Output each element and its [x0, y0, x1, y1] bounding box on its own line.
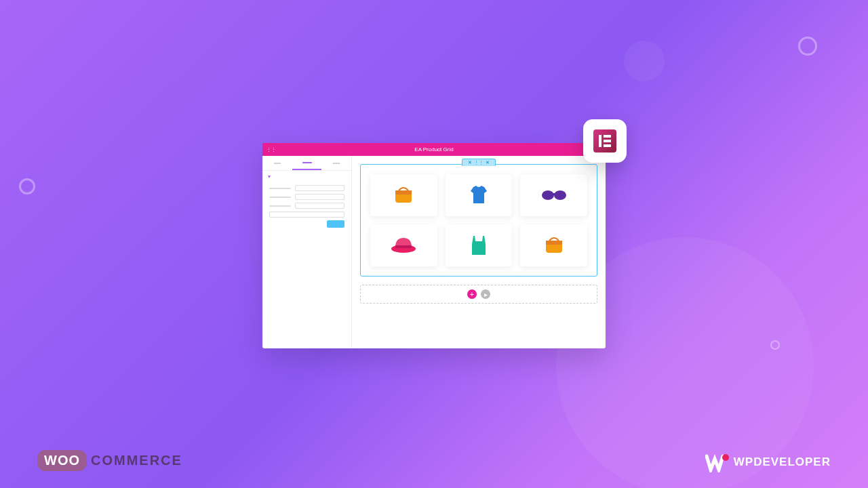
product-grid-section[interactable]: ✕ ⋮⋮ ✕	[360, 164, 597, 277]
sidebar-tabs	[262, 156, 351, 171]
svg-point-13	[722, 454, 729, 461]
woo-badge: WOO	[37, 450, 87, 471]
wpdeveloper-icon	[705, 453, 727, 471]
editor-canvas: ✕ ⋮⋮ ✕	[352, 156, 606, 348]
add-section-button[interactable]: +	[467, 289, 477, 299]
grip-icon[interactable]: ⋮⋮	[474, 160, 484, 165]
field-label	[269, 188, 291, 189]
elementor-icon	[593, 129, 616, 152]
tab-content[interactable]	[262, 156, 292, 170]
add-section-area[interactable]: + ▸	[360, 285, 597, 304]
product-card-handbag[interactable]	[370, 174, 437, 216]
decorative-circle	[19, 178, 35, 195]
product-card-handbag-2[interactable]	[520, 224, 587, 266]
svg-rect-9	[599, 135, 601, 147]
close-icon[interactable]: ✕	[468, 160, 472, 165]
sunglasses-icon	[540, 190, 568, 201]
product-grid	[370, 174, 587, 266]
woocommerce-logo: WOO COMMERCE	[37, 450, 182, 471]
handbag-icon	[542, 235, 566, 256]
svg-rect-4	[553, 193, 555, 195]
grip-icon: ⋮⋮	[267, 147, 272, 152]
section-handle[interactable]: ✕ ⋮⋮ ✕	[462, 159, 496, 166]
hat-icon	[390, 237, 417, 254]
add-template-button[interactable]: ▸	[481, 289, 490, 299]
product-card-sunglasses[interactable]	[520, 174, 587, 216]
svg-point-2	[542, 190, 554, 200]
tab-style[interactable]	[292, 156, 322, 170]
svg-rect-10	[604, 135, 611, 138]
wpdeveloper-text: WPDEVELOPER	[734, 455, 831, 469]
decorative-circle	[798, 37, 817, 56]
product-card-tanktop[interactable]	[446, 224, 513, 266]
apply-button[interactable]	[327, 220, 344, 228]
tanktop-icon	[471, 235, 487, 256]
field-label	[269, 197, 291, 198]
svg-point-3	[554, 190, 566, 200]
bg-blob	[624, 41, 665, 81]
elementor-badge	[583, 119, 627, 163]
svg-rect-6	[395, 245, 412, 248]
product-card-tshirt[interactable]	[446, 174, 513, 216]
close-icon[interactable]: ✕	[486, 160, 490, 165]
editor-window: ⋮⋮ EA Product Grid ⋮⋮ ▾	[262, 143, 606, 348]
svg-rect-8	[546, 241, 562, 245]
caret-down-icon: ▾	[268, 174, 271, 180]
field-input[interactable]	[295, 185, 344, 191]
svg-rect-11	[604, 140, 611, 142]
commerce-text: COMMERCE	[91, 453, 182, 468]
svg-rect-12	[604, 144, 611, 147]
field-input-wide[interactable]	[269, 211, 344, 218]
settings-fields	[262, 182, 351, 233]
settings-sidebar: ▾	[262, 156, 352, 348]
tab-advanced[interactable]	[321, 156, 351, 170]
window-titlebar[interactable]: ⋮⋮ EA Product Grid ⋮⋮	[262, 143, 606, 156]
tshirt-icon	[468, 184, 490, 206]
svg-rect-1	[395, 190, 412, 195]
handbag-icon	[392, 185, 415, 205]
field-input[interactable]	[295, 194, 344, 200]
decorative-circle	[770, 340, 780, 350]
field-label	[269, 205, 291, 207]
product-card-hat[interactable]	[370, 224, 437, 266]
window-title: EA Product Grid	[272, 146, 596, 152]
wpdeveloper-logo: WPDEVELOPER	[705, 453, 831, 471]
field-input[interactable]	[295, 203, 344, 209]
filter-toggle[interactable]: ▾	[262, 171, 351, 182]
